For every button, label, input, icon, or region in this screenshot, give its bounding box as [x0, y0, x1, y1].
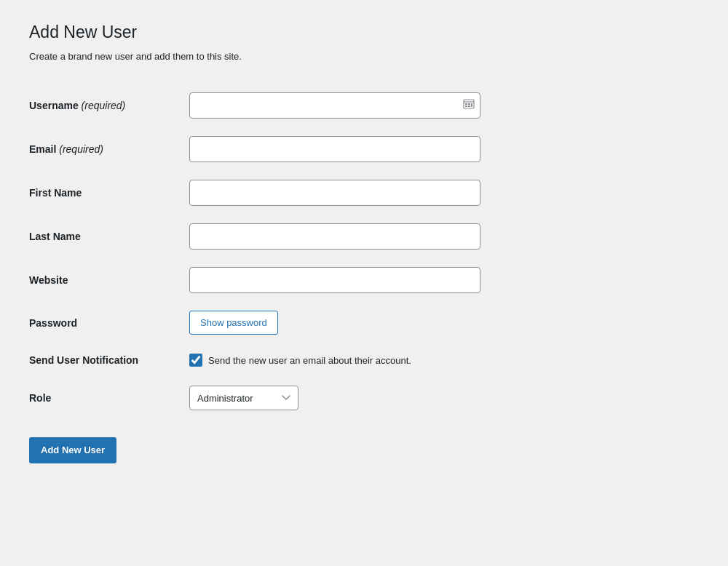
username-label: Username (required): [29, 84, 189, 127]
lastname-label: Last Name: [29, 215, 189, 258]
page-container: Add New User Create a brand new user and…: [0, 0, 655, 485]
password-row: Password Show password: [29, 302, 626, 344]
notification-checkbox[interactable]: [189, 354, 202, 367]
role-label: Role: [29, 377, 189, 419]
firstname-cell: [189, 171, 626, 215]
notification-cell: Send the new user an email about their a…: [189, 343, 626, 377]
firstname-row: First Name: [29, 171, 626, 215]
email-input[interactable]: [189, 136, 480, 162]
role-row: Role Administrator Editor Author Contrib…: [29, 377, 626, 419]
username-wrapper: [189, 92, 480, 119]
page-title: Add New User: [29, 22, 626, 44]
notification-wrapper: Send the new user an email about their a…: [189, 354, 626, 367]
website-cell: [189, 258, 626, 302]
email-row: Email (required): [29, 127, 626, 171]
role-select[interactable]: Administrator Editor Author Contributor …: [189, 386, 298, 410]
username-input[interactable]: [189, 92, 480, 119]
username-cell: [189, 84, 626, 127]
website-label: Website: [29, 258, 189, 302]
website-row: Website: [29, 258, 626, 302]
show-password-button[interactable]: Show password: [189, 311, 278, 335]
firstname-label: First Name: [29, 171, 189, 215]
add-new-user-button[interactable]: Add New User: [29, 437, 116, 463]
submit-section: Add New User: [29, 434, 626, 463]
email-cell: [189, 127, 626, 171]
lastname-input[interactable]: [189, 223, 480, 250]
firstname-input[interactable]: [189, 180, 480, 206]
username-row: Username (required): [29, 84, 626, 127]
password-label: Password: [29, 302, 189, 344]
notification-row: Send User Notification Send the new user…: [29, 343, 626, 377]
lastname-row: Last Name: [29, 215, 626, 258]
lastname-cell: [189, 215, 626, 258]
page-subtitle: Create a brand new user and add them to …: [29, 51, 626, 62]
user-form-table: Username (required): [29, 84, 626, 420]
notification-label: Send User Notification: [29, 343, 189, 377]
role-cell: Administrator Editor Author Contributor …: [189, 377, 626, 419]
website-input[interactable]: [189, 267, 480, 293]
email-label: Email (required): [29, 127, 189, 171]
notification-text: Send the new user an email about their a…: [208, 355, 411, 366]
password-cell: Show password: [189, 302, 626, 344]
